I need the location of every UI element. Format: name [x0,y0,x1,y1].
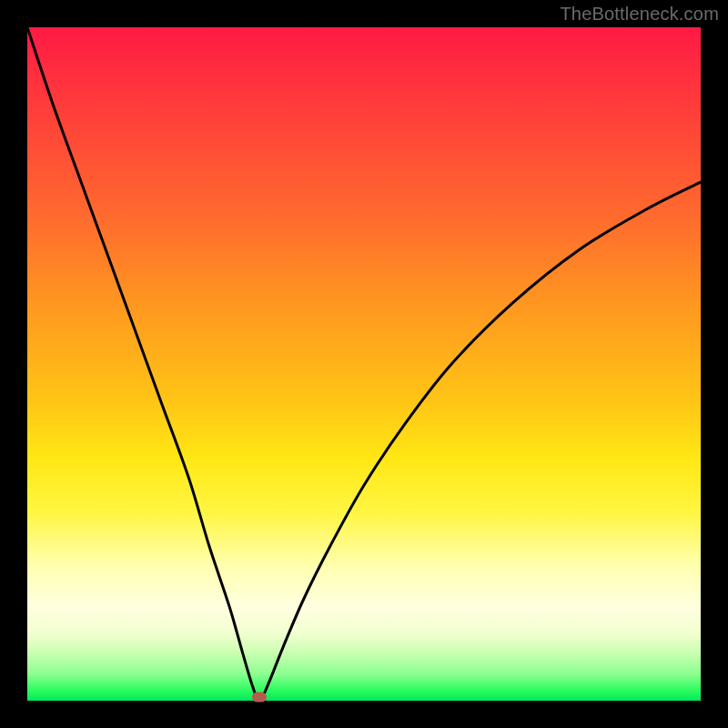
bottleneck-curve [27,27,701,701]
plot-area [27,27,701,701]
watermark-text: TheBottleneck.com [560,4,719,25]
optimum-marker [252,692,267,702]
chart-frame: TheBottleneck.com [0,0,728,728]
curve-svg [27,27,701,701]
